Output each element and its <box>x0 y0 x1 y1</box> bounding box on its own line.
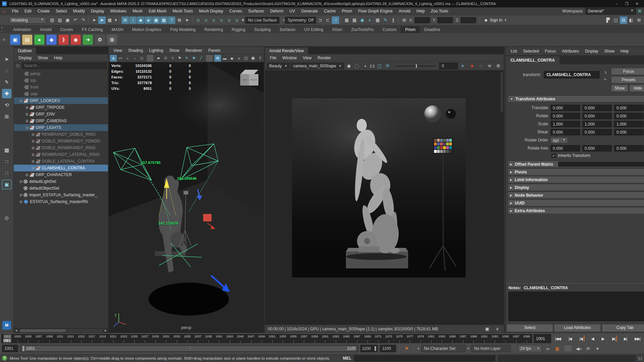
stop-render-icon[interactable]: ■ <box>468 62 476 70</box>
step-back-frame-button[interactable]: |◀ <box>567 336 573 342</box>
snap-to-projected-center-icon[interactable]: ◈ <box>145 17 152 24</box>
select-highlight-icon[interactable]: A <box>110 55 117 62</box>
attribute-value-z[interactable]: 0.000 <box>614 113 644 119</box>
expander-icon[interactable]: ⊞ <box>31 160 35 163</box>
step-forward-key-button[interactable]: ▶| <box>611 336 617 342</box>
search-input[interactable] <box>22 62 107 69</box>
shelf-tab-prism[interactable]: Prism <box>401 26 420 33</box>
expander-icon[interactable]: ⊞ <box>31 153 35 157</box>
renderview-tab[interactable]: Arnold RenderView <box>265 47 308 54</box>
expander-icon[interactable]: ⊞ <box>31 139 35 143</box>
step-forward-frame-button[interactable]: ▶| <box>622 336 628 342</box>
outliner-item[interactable]: ⊟ GRP_LIGHTS <box>14 124 108 131</box>
expander-icon[interactable]: ⊞ <box>19 200 23 204</box>
expander-icon[interactable]: ⊞ <box>31 166 35 170</box>
exit-edit-mode-icon[interactable]: ⊏ <box>324 17 331 24</box>
outliner-item[interactable]: ⊞ Import_ESTATUA_Surfacing_master_ <box>14 192 108 198</box>
outliner-item[interactable]: ⊞ REMBRANDT_DOBLE_RING <box>14 131 108 138</box>
outliner-item[interactable]: ⊞ DOBLE_REMBRANDT_FONDO <box>14 138 108 144</box>
attribute-editor-menu-item[interactable]: Help <box>617 49 632 54</box>
live-surface-field[interactable]: No Live Surface <box>245 17 279 24</box>
outliner-item[interactable]: ⊞ GRP_CHARACTER <box>14 171 108 178</box>
menu-item[interactable]: UV <box>286 9 298 13</box>
attribute-value-z[interactable]: 0.000 <box>614 129 644 135</box>
bookmark-icon[interactable]: ⚑ <box>176 55 183 62</box>
render-setup-icon[interactable]: ▦ <box>374 17 381 24</box>
rotate-tool-icon[interactable]: ⟲ <box>2 100 11 110</box>
collapse-chevron-icon[interactable]: ∨ <box>494 325 501 333</box>
scroll-left-icon[interactable]: ◀ <box>14 329 19 332</box>
resolution-gate-icon[interactable]: ◙ <box>228 55 235 62</box>
animation-end-field[interactable]: 1100 <box>380 345 396 352</box>
attribute-value-y[interactable]: 0.000 <box>582 105 612 111</box>
debug-shading-slider[interactable] <box>395 66 435 66</box>
chevron-down-icon[interactable]: ▾ <box>418 347 419 350</box>
snap-help-icon[interactable]: ? <box>168 17 175 24</box>
soft-select-icon[interactable]: ✚ <box>190 55 197 62</box>
rotate-axis-z[interactable]: 0.000 <box>614 145 644 152</box>
prism-render-icon[interactable]: ⟫ <box>59 35 69 45</box>
input-connections-icon[interactable]: ∪ <box>194 17 202 24</box>
renderview-menu-item[interactable]: Render <box>315 56 333 60</box>
object-component-toggle-icon[interactable]: ∷ <box>2 168 11 178</box>
menu-item[interactable]: Generate <box>298 9 321 13</box>
save-scene-icon[interactable]: ▣ <box>64 17 71 24</box>
attribute-value-y[interactable]: 0.000 <box>582 129 612 135</box>
footer-button[interactable]: Copy Tab <box>602 324 644 332</box>
menu-item[interactable]: Select <box>53 9 70 13</box>
select-by-hierarchy-icon[interactable]: ➤ <box>91 17 98 24</box>
shelf-tab-rendering[interactable]: Rendering <box>200 26 227 33</box>
view-cube[interactable]: LEFT FRONT <box>240 70 259 87</box>
mel-label[interactable]: MEL <box>343 356 351 361</box>
animation-start-field[interactable]: 1001 <box>2 345 18 352</box>
snap-to-view-plane-icon[interactable]: ▣ <box>152 17 160 24</box>
anim-layer-select[interactable]: No Anim Layer <box>471 345 511 352</box>
footer-button[interactable]: Load Attributes <box>554 324 601 332</box>
shelf-tab-xgen[interactable]: XGen <box>328 26 347 33</box>
menu-item[interactable]: Mesh <box>130 9 145 13</box>
zoom-tool-icon[interactable]: ⊙ <box>2 213 11 223</box>
rgba-channels-icon[interactable]: ◯ <box>353 62 361 70</box>
help-icon[interactable]: ? <box>2 356 7 361</box>
collapsed-section[interactable]: ▶ Limit Information <box>508 176 644 183</box>
shelf-tab-animation[interactable]: Animation <box>9 26 35 33</box>
enter-edit-mode-icon[interactable]: ⊐ <box>316 17 324 24</box>
go-to-end-button[interactable]: ▶▶| <box>633 336 641 342</box>
drag-handle[interactable]: ⋮⋮ <box>2 19 8 22</box>
snap-to-grid-icon[interactable]: ⊞ <box>121 17 129 24</box>
camera-icon[interactable]: ▰ <box>155 55 162 62</box>
workspace-lock-icon[interactable]: ⊠ <box>638 9 641 13</box>
renderview-menu-item[interactable]: File <box>267 56 279 60</box>
render-settings-gear-icon[interactable]: ⚙ <box>495 62 502 70</box>
minimize-button[interactable]: – <box>612 2 622 6</box>
node-tab[interactable]: CLAMSHELL_CONTRA <box>506 56 560 64</box>
shelf-tab-custom[interactable]: Custom <box>378 26 401 33</box>
renderview-menu-item[interactable]: Window <box>280 56 299 60</box>
select-tool-icon[interactable]: ➤ <box>2 55 11 64</box>
menu-item[interactable]: Windows <box>107 9 130 13</box>
attribute-editor-menu-item[interactable]: Show <box>601 49 617 54</box>
expander-icon[interactable]: ⊞ <box>25 119 29 123</box>
selected-object-inputs-icon[interactable]: ∪ <box>218 17 225 24</box>
y-input[interactable] <box>437 17 453 23</box>
footer-button[interactable]: Select <box>506 324 553 332</box>
hide-button[interactable]: Hide <box>629 85 644 92</box>
focus-button[interactable]: Focus <box>611 68 644 75</box>
menu-item[interactable]: Edit <box>22 9 35 13</box>
outliner-item[interactable]: ⊞ GRP_ENV <box>14 111 108 118</box>
renderview-menu-item[interactable]: View <box>300 56 314 60</box>
outliner-item[interactable]: ⊞ defaultLightSet <box>14 178 108 185</box>
notes-textarea[interactable] <box>508 292 644 321</box>
shelf-tab-surfaces[interactable]: Surfaces <box>275 26 300 33</box>
frame-tick[interactable]: 1099 <box>521 334 532 343</box>
range-slider[interactable]: 1001 ⣿ 1100 <box>20 345 358 352</box>
prism-update-icon[interactable]: ➜ <box>83 35 93 45</box>
camera-select[interactable]: camera_main_50Shape▼ <box>291 63 344 69</box>
construction-history-icon[interactable]: ∪ <box>210 17 217 24</box>
move-tool-icon[interactable]: ✚ <box>2 89 11 98</box>
menu-item[interactable]: Mesh Display <box>196 9 226 13</box>
expander-icon[interactable]: ⊟ <box>19 99 23 103</box>
viewport-menu-item[interactable]: Shading <box>126 48 146 53</box>
collapsed-section[interactable]: ▶ Extra Attributes <box>508 207 644 214</box>
viewport-menu-item[interactable]: Lighting <box>146 48 166 53</box>
